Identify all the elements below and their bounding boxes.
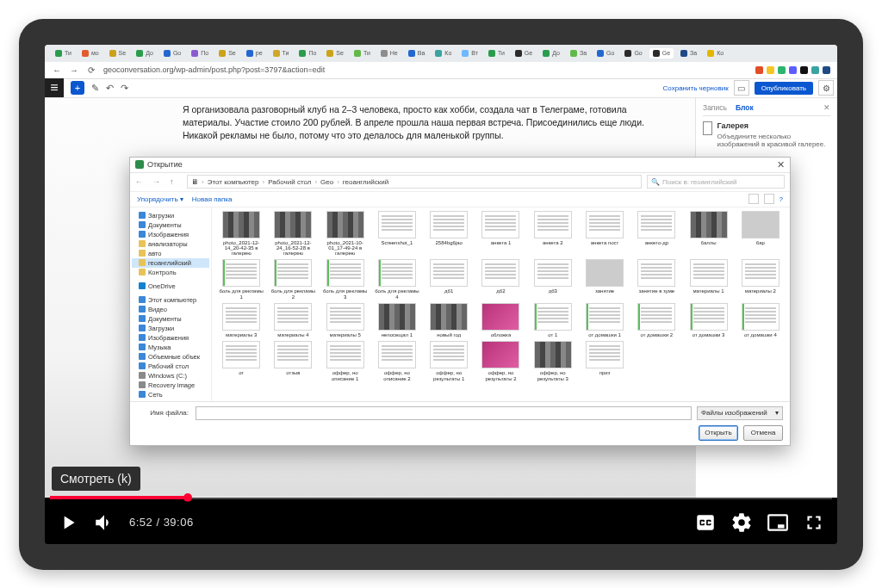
tree-item[interactable]: Изображения: [132, 333, 209, 343]
tree-item[interactable]: Контроль: [132, 268, 209, 277]
filename-input[interactable]: [196, 406, 692, 420]
file-item[interactable]: материалы 2: [736, 259, 785, 300]
file-list[interactable]: photo_2021-12-14_20-42-35 в галереюphoto…: [212, 207, 790, 401]
file-item[interactable]: от 1: [529, 303, 577, 337]
tree-item[interactable]: Загрузки: [132, 211, 209, 220]
browser-tab[interactable]: Вт: [458, 48, 481, 59]
breadcrumb-segment[interactable]: Рабочий стол: [268, 178, 311, 186]
browser-tab[interactable]: Не: [377, 48, 401, 59]
back-button[interactable]: ←: [52, 65, 62, 75]
browser-tab[interactable]: Go: [593, 48, 618, 59]
file-item[interactable]: занятие: [581, 259, 629, 300]
browser-tab[interactable]: мо: [78, 48, 102, 59]
file-item[interactable]: оффер, но результаты 1: [425, 341, 473, 381]
miniplayer-button[interactable]: [767, 511, 789, 534]
browser-tab[interactable]: Ти: [52, 48, 75, 59]
tree-item[interactable]: геоанглийский: [132, 258, 209, 268]
file-item[interactable]: материалы 5: [321, 303, 370, 337]
file-item[interactable]: материалы 4: [269, 303, 317, 337]
extension-icon[interactable]: [767, 66, 774, 74]
tree-item[interactable]: Рабочий стол: [132, 362, 209, 371]
cancel-button[interactable]: Отмена: [743, 425, 783, 441]
breadcrumb-segment[interactable]: геоанглийский: [343, 178, 388, 186]
browser-tab[interactable]: Ge: [649, 48, 674, 59]
file-item[interactable]: боль для рекламы 1: [217, 259, 265, 300]
preview-pane-button[interactable]: [764, 194, 774, 204]
file-item[interactable]: дб3: [529, 259, 577, 300]
browser-tab[interactable]: До: [539, 48, 563, 59]
tree-item[interactable]: Документы: [132, 220, 209, 230]
url-text[interactable]: geoconversation.org/wp-admin/post.php?po…: [103, 65, 748, 74]
tree-item[interactable]: анализаторы: [132, 239, 209, 249]
tree-item[interactable]: Видео: [132, 305, 209, 314]
file-item[interactable]: photo_2021-10-01_17-49-24 в галерею: [321, 211, 370, 257]
sidebar-tab-post[interactable]: Запись: [703, 103, 727, 112]
extension-icon[interactable]: [800, 66, 808, 74]
breadcrumb[interactable]: 🖥›Этот компьютер›Рабочий стол›Geo›геоанг…: [187, 175, 642, 189]
file-item[interactable]: непосещал 1: [373, 303, 421, 337]
file-item[interactable]: боль для рекламы 3: [321, 259, 370, 300]
forward-button[interactable]: →: [69, 65, 79, 75]
file-item[interactable]: бар: [736, 211, 785, 257]
file-item[interactable]: photo_2021-12-24_16-52-28 в галерею: [269, 211, 317, 257]
browser-tab[interactable]: За: [677, 48, 700, 59]
tree-item[interactable]: Объемные объек: [132, 352, 209, 362]
tree-item[interactable]: авто: [132, 249, 209, 258]
captions-button[interactable]: [694, 511, 717, 534]
browser-tab[interactable]: ре: [243, 48, 266, 59]
breadcrumb-segment[interactable]: Geo: [320, 178, 333, 186]
file-item[interactable]: Screenshot_1: [373, 211, 421, 257]
file-item[interactable]: анкета 2: [529, 211, 577, 257]
path-back-icon[interactable]: ←: [135, 177, 147, 186]
tree-item[interactable]: Windows (C:): [132, 371, 209, 381]
fullscreen-button[interactable]: [803, 511, 825, 534]
file-item[interactable]: материалы 3: [217, 303, 265, 337]
file-item[interactable]: боль для рекламы 2: [269, 259, 317, 300]
browser-tab[interactable]: Ти: [485, 48, 508, 59]
file-item[interactable]: оффер, но результаты 2: [476, 341, 525, 381]
browser-tab[interactable]: По: [295, 48, 320, 59]
path-up-icon[interactable]: ↑: [170, 177, 182, 186]
save-draft-link[interactable]: Сохранить черновик: [663, 84, 729, 92]
wp-logo[interactable]: ≡: [45, 78, 64, 97]
file-item[interactable]: приз: [581, 341, 629, 381]
browser-tab[interactable]: Ge: [512, 48, 536, 59]
tree-item[interactable]: Музыка: [132, 343, 209, 352]
file-item[interactable]: от домашки 2: [632, 303, 680, 337]
file-item[interactable]: дб1: [425, 259, 473, 300]
volume-button[interactable]: [93, 511, 115, 534]
play-button[interactable]: [57, 511, 79, 534]
browser-tab[interactable]: Se: [106, 48, 130, 59]
file-item[interactable]: оффер, но результаты 3: [529, 341, 577, 381]
extension-icon[interactable]: [823, 66, 830, 74]
file-item[interactable]: анкето-др: [632, 211, 680, 257]
tree-item[interactable]: Этот компьютер: [132, 295, 209, 305]
folder-tree[interactable]: ЗагрузкиДокументыИзображенияанализаторыа…: [130, 207, 212, 401]
publish-button[interactable]: Опубликовать: [755, 82, 813, 95]
file-item[interactable]: оффер, но описание 2: [373, 341, 421, 381]
organize-menu[interactable]: Упорядочить ▾: [137, 195, 183, 203]
undo-icon[interactable]: ↶: [106, 83, 114, 94]
file-item[interactable]: от домашки 4: [736, 303, 785, 337]
file-item[interactable]: от домашки 1: [581, 303, 629, 337]
tree-item[interactable]: OneDrive: [132, 282, 209, 291]
view-mode-button[interactable]: [748, 194, 759, 204]
path-forward-icon[interactable]: →: [152, 177, 165, 186]
settings-button[interactable]: [730, 511, 753, 534]
file-item[interactable]: от: [217, 341, 265, 381]
extension-icon[interactable]: [755, 66, 763, 74]
browser-tab[interactable]: Se: [215, 48, 239, 59]
file-item[interactable]: оффер, но описание 1: [321, 341, 370, 381]
file-item[interactable]: занятие в зуме: [632, 259, 680, 300]
breadcrumb-segment[interactable]: Этот компьютер: [208, 178, 259, 186]
extension-icon[interactable]: [811, 66, 819, 74]
dialog-close-icon[interactable]: ✕: [777, 159, 785, 170]
browser-tab[interactable]: Ти: [351, 48, 374, 59]
file-item[interactable]: 2584bg6jao: [425, 211, 473, 257]
progress-bar[interactable]: [50, 496, 832, 499]
add-block-button[interactable]: +: [71, 81, 84, 95]
file-item[interactable]: photo_2021-12-14_20-42-35 в галерею: [217, 211, 265, 257]
file-item[interactable]: боль для рекламы 4: [373, 259, 421, 300]
browser-tab[interactable]: Ти: [270, 48, 293, 59]
new-folder-button[interactable]: Новая папка: [192, 195, 233, 203]
